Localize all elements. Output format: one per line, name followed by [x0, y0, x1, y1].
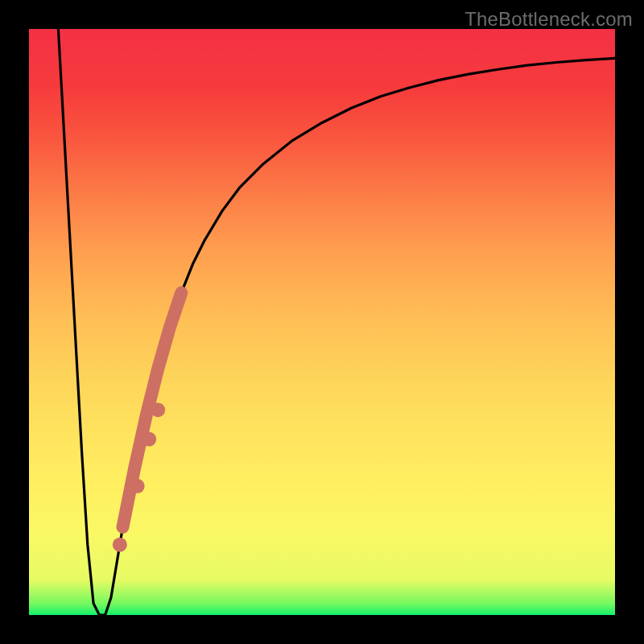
chart-marker — [130, 479, 145, 493]
chart-canvas: TheBottleneck.com — [0, 0, 644, 644]
chart-marker — [151, 402, 165, 417]
chart-marker — [142, 432, 156, 447]
watermark-text: TheBottleneck.com — [464, 8, 633, 31]
chart-curve — [58, 29, 615, 615]
chart-svg — [29, 29, 615, 615]
chart-marker — [113, 538, 127, 552]
chart-plot-area — [29, 29, 615, 615]
